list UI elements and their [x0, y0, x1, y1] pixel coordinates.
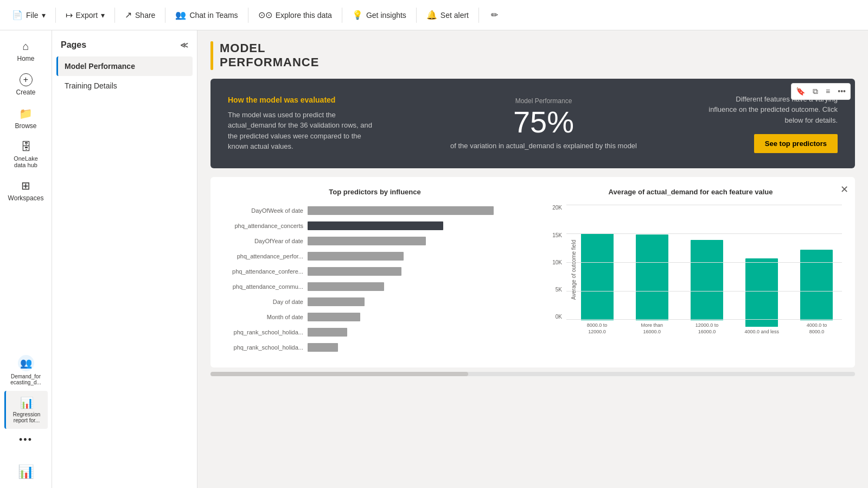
bar-track-7: [308, 313, 526, 321]
sep2: [114, 8, 115, 23]
card-copy-btn[interactable]: ⧉: [809, 85, 821, 98]
nav-bottom-icon: 📊: [18, 451, 34, 484]
y-axis-label: Average of outcome field: [571, 240, 577, 300]
share-icon: ↗: [125, 10, 132, 20]
edit-button[interactable]: ✏: [486, 7, 503, 23]
bar-fill-8: [308, 328, 347, 337]
page-title: MODEL PERFORMANCE: [220, 41, 319, 70]
v-label-3: 4000.0 and less: [744, 329, 779, 335]
bar-label-8: phq_rank_school_holida...: [224, 329, 308, 335]
model-stat-block: Model Performance 75% of the variation i…: [450, 97, 637, 150]
bar-label-9: phq_rank_school_holida...: [224, 344, 308, 351]
sidebar-item-browse[interactable]: 📁 Browse: [4, 102, 48, 135]
card-more-btn[interactable]: •••: [834, 85, 849, 98]
bar-row-1: phq_attendance_concerts: [224, 220, 526, 232]
sidebar-item-create-label: Create: [16, 88, 35, 96]
v-bars-container: 8000.0 to12000.0 More than16000.0 12000.…: [572, 233, 842, 335]
sidebar-item-onelake[interactable]: 🗄 OneLake data hub: [4, 135, 48, 174]
page-title-line1: MODEL: [220, 41, 319, 55]
collapse-icon[interactable]: ≪: [180, 41, 188, 49]
see-top-predictors-button[interactable]: See top predictors: [754, 134, 838, 153]
bar-row-2: DayOfYear of date: [224, 235, 526, 247]
sidebar-item-onelake-label: OneLake data hub: [9, 155, 43, 168]
share-label: Share: [135, 11, 155, 20]
home-icon: ⌂: [22, 40, 29, 53]
v-label-0: 8000.0 to12000.0: [587, 322, 608, 335]
alert-label: Set alert: [441, 11, 469, 20]
v-label-2: 12000.0 to16000.0: [695, 322, 719, 335]
teams-icon: 👥: [175, 10, 186, 20]
y-tick-10k: 10K: [552, 259, 562, 265]
sidebar-item-workspaces[interactable]: ⊞ Workspaces: [4, 174, 48, 207]
more-icon: •••: [19, 434, 33, 446]
file-chevron-icon: ▾: [42, 11, 46, 20]
sidebar-item-workspaces-label: Workspaces: [8, 194, 44, 202]
sidebar-item-more[interactable]: •••: [4, 429, 48, 451]
pages-panel: Pages ≪ Model Performance Training Detai…: [52, 30, 197, 488]
y-axis: 20K 15K 10K 5K 0K: [539, 205, 566, 320]
pages-list: Model Performance Training Details: [52, 56, 197, 96]
scroll-thumb[interactable]: [210, 372, 468, 376]
v-label-4: 4000.0 to8000.0: [807, 322, 827, 335]
demand-icon: 👥: [18, 355, 34, 371]
explore-icon: ⊙⊙: [258, 10, 272, 20]
scroll-bar[interactable]: [210, 372, 855, 376]
v-bar-2: [691, 240, 723, 320]
bar-chart-right: Average of actual_demand for each featur…: [539, 188, 842, 337]
sep5: [342, 8, 342, 23]
bar-fill-2: [308, 237, 426, 245]
alert-button[interactable]: 🔔 Set alert: [421, 7, 474, 23]
sidebar-item-home[interactable]: ⌂ Home: [4, 35, 48, 68]
explore-data-button[interactable]: ⊙⊙ Explore this data: [253, 7, 337, 23]
bar-label-2: DayOfYear of date: [224, 238, 308, 244]
v-bar-4: [800, 250, 833, 320]
card-title-label: Model Performance: [450, 97, 637, 105]
bar-label-5: phq_attendance_commu...: [224, 283, 308, 290]
right-chart-title: Average of actual_demand for each featur…: [539, 188, 842, 196]
file-button[interactable]: 📄 File ▾: [7, 7, 51, 23]
bar-track-4: [308, 267, 526, 276]
sidebar-item-regression[interactable]: 📊 Regression report for...: [4, 391, 48, 429]
model-eval-title: How the model was evaluated: [228, 96, 380, 104]
bar-track-9: [308, 343, 526, 352]
predictors-panel: ✕ Top predictors by influence DayOfWeek …: [210, 177, 855, 367]
v-bar-3: [745, 258, 778, 327]
bar-fill-4: [308, 267, 401, 276]
v-bar-1: [636, 235, 668, 320]
sidebar-item-home-label: Home: [17, 55, 34, 62]
bar-label-4: phq_attendance_confere...: [224, 268, 308, 275]
file-icon: 📄: [12, 10, 23, 20]
sidebar-item-create[interactable]: + Create: [4, 68, 48, 102]
page-item-training-label: Training Details: [65, 81, 117, 90]
sep4: [248, 8, 248, 23]
alert-icon: 🔔: [426, 10, 437, 20]
insights-button[interactable]: 💡 Get insights: [347, 7, 412, 23]
page-item-model-performance[interactable]: Model Performance: [56, 56, 193, 76]
sidebar-item-demand[interactable]: 👥 Demand_for ecasting_d...: [4, 350, 48, 391]
share-button[interactable]: ↗ Share: [119, 7, 161, 23]
bar-fill-0: [308, 206, 494, 215]
card-toolbar: 🔖 ⧉ ≡ •••: [791, 83, 851, 100]
predictors-charts: Top predictors by influence DayOfWeek of…: [224, 188, 842, 357]
vertical-chart-wrapper: 20K 15K 10K 5K 0K: [539, 205, 842, 335]
bar-fill-5: [308, 282, 384, 291]
v-bar-group-4: 4000.0 to8000.0: [792, 250, 842, 335]
scroll-area: [210, 372, 855, 376]
page-item-training-details[interactable]: Training Details: [56, 76, 193, 96]
sidebar-item-demand-label: Demand_for ecasting_d...: [9, 373, 43, 385]
bar-track-5: [308, 282, 526, 291]
export-label: Export: [76, 11, 98, 20]
predictors-close-button[interactable]: ✕: [840, 183, 848, 195]
model-right-block: Different features have a varying influe…: [707, 94, 838, 154]
card-filter-btn[interactable]: ≡: [822, 85, 833, 98]
card-bookmark-btn[interactable]: 🔖: [793, 85, 808, 98]
edit-icon: ✏: [491, 10, 498, 20]
model-eval-text: How the model was evaluated The model wa…: [228, 96, 380, 152]
export-button[interactable]: ↦ Export ▾: [60, 7, 110, 23]
explore-label: Explore this data: [276, 11, 332, 20]
chat-teams-button[interactable]: 👥 Chat in Teams: [170, 7, 243, 23]
toolbar: 📄 File ▾ ↦ Export ▾ ↗ Share 👥 Chat in Te…: [0, 0, 868, 30]
y-tick-5k: 5K: [556, 287, 562, 293]
v-bar-group-3: 4000.0 and less: [737, 258, 787, 335]
grid-line: [566, 205, 842, 205]
